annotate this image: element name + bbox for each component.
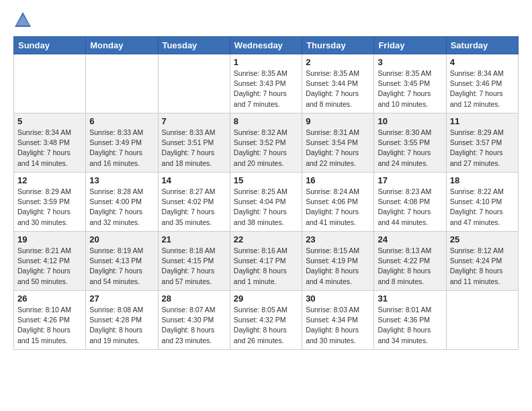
day-info: Sunrise: 8:24 AM Sunset: 4:06 PM Dayligh… (306, 187, 370, 228)
calendar-cell: 19Sunrise: 8:21 AM Sunset: 4:12 PM Dayli… (14, 232, 86, 291)
weekday-header-wednesday: Wednesday (230, 37, 302, 54)
calendar-cell: 28Sunrise: 8:07 AM Sunset: 4:30 PM Dayli… (158, 291, 230, 350)
week-row-4: 19Sunrise: 8:21 AM Sunset: 4:12 PM Dayli… (14, 232, 519, 291)
day-number: 21 (162, 234, 226, 244)
day-number: 20 (89, 234, 154, 244)
week-row-1: 1Sunrise: 8:35 AM Sunset: 3:43 PM Daylig… (14, 54, 519, 113)
day-info: Sunrise: 8:33 AM Sunset: 3:49 PM Dayligh… (89, 128, 154, 169)
day-number: 27 (89, 293, 154, 304)
day-number: 3 (378, 57, 442, 67)
day-info: Sunrise: 8:12 AM Sunset: 4:24 PM Dayligh… (450, 246, 515, 287)
weekday-header-tuesday: Tuesday (158, 37, 230, 54)
calendar-cell: 16Sunrise: 8:24 AM Sunset: 4:06 PM Dayli… (302, 173, 374, 232)
calendar-cell: 18Sunrise: 8:22 AM Sunset: 4:10 PM Dayli… (446, 173, 518, 232)
calendar-cell: 5Sunrise: 8:34 AM Sunset: 3:48 PM Daylig… (14, 113, 86, 173)
day-info: Sunrise: 8:07 AM Sunset: 4:30 PM Dayligh… (162, 305, 226, 346)
day-number: 17 (378, 175, 442, 185)
day-number: 18 (450, 175, 515, 185)
day-number: 2 (306, 57, 370, 67)
calendar-cell: 13Sunrise: 8:28 AM Sunset: 4:00 PM Dayli… (86, 173, 158, 232)
day-info: Sunrise: 8:32 AM Sunset: 3:52 PM Dayligh… (234, 128, 298, 169)
day-info: Sunrise: 8:18 AM Sunset: 4:15 PM Dayligh… (162, 246, 226, 287)
week-row-5: 26Sunrise: 8:10 AM Sunset: 4:26 PM Dayli… (14, 291, 519, 350)
day-info: Sunrise: 8:29 AM Sunset: 3:59 PM Dayligh… (17, 187, 82, 228)
week-row-3: 12Sunrise: 8:29 AM Sunset: 3:59 PM Dayli… (14, 173, 519, 232)
day-number: 5 (17, 116, 82, 126)
calendar-cell: 14Sunrise: 8:27 AM Sunset: 4:02 PM Dayli… (158, 173, 230, 232)
day-info: Sunrise: 8:34 AM Sunset: 3:48 PM Dayligh… (17, 128, 82, 169)
calendar-cell (158, 54, 230, 113)
logo (13, 11, 35, 30)
calendar-cell: 31Sunrise: 8:01 AM Sunset: 4:36 PM Dayli… (374, 291, 446, 350)
day-number: 30 (306, 293, 370, 304)
weekday-header-thursday: Thursday (302, 37, 374, 54)
day-info: Sunrise: 8:27 AM Sunset: 4:02 PM Dayligh… (162, 187, 226, 228)
day-number: 4 (450, 57, 515, 67)
day-number: 13 (89, 175, 154, 185)
calendar-cell: 4Sunrise: 8:34 AM Sunset: 3:46 PM Daylig… (446, 54, 518, 113)
calendar-cell: 7Sunrise: 8:33 AM Sunset: 3:51 PM Daylig… (158, 113, 230, 173)
day-info: Sunrise: 8:10 AM Sunset: 4:26 PM Dayligh… (17, 305, 82, 346)
day-info: Sunrise: 8:05 AM Sunset: 4:32 PM Dayligh… (234, 305, 298, 346)
day-number: 14 (162, 175, 226, 185)
day-number: 29 (234, 293, 298, 304)
calendar-cell: 30Sunrise: 8:03 AM Sunset: 4:34 PM Dayli… (302, 291, 374, 350)
day-info: Sunrise: 8:16 AM Sunset: 4:17 PM Dayligh… (234, 246, 298, 287)
day-number: 24 (378, 234, 442, 244)
calendar-cell: 27Sunrise: 8:08 AM Sunset: 4:28 PM Dayli… (86, 291, 158, 350)
day-info: Sunrise: 8:08 AM Sunset: 4:28 PM Dayligh… (89, 305, 154, 346)
day-number: 12 (17, 175, 82, 185)
day-number: 23 (306, 234, 370, 244)
day-info: Sunrise: 8:03 AM Sunset: 4:34 PM Dayligh… (306, 305, 370, 346)
calendar-cell: 6Sunrise: 8:33 AM Sunset: 3:49 PM Daylig… (86, 113, 158, 173)
calendar-cell: 11Sunrise: 8:29 AM Sunset: 3:57 PM Dayli… (446, 113, 518, 173)
day-number: 26 (17, 293, 82, 304)
day-info: Sunrise: 8:35 AM Sunset: 3:45 PM Dayligh… (378, 68, 442, 109)
day-number: 11 (450, 116, 515, 126)
day-number: 19 (17, 234, 82, 244)
day-info: Sunrise: 8:19 AM Sunset: 4:13 PM Dayligh… (89, 246, 154, 287)
day-info: Sunrise: 8:29 AM Sunset: 3:57 PM Dayligh… (450, 128, 515, 169)
calendar-table: SundayMondayTuesdayWednesdayThursdayFrid… (13, 36, 519, 350)
day-number: 25 (450, 234, 515, 244)
day-number: 1 (234, 57, 298, 67)
calendar-cell: 22Sunrise: 8:16 AM Sunset: 4:17 PM Dayli… (230, 232, 302, 291)
day-info: Sunrise: 8:28 AM Sunset: 4:00 PM Dayligh… (89, 187, 154, 228)
calendar-cell: 25Sunrise: 8:12 AM Sunset: 4:24 PM Dayli… (446, 232, 518, 291)
calendar-cell: 15Sunrise: 8:25 AM Sunset: 4:04 PM Dayli… (230, 173, 302, 232)
calendar-cell: 24Sunrise: 8:13 AM Sunset: 4:22 PM Dayli… (374, 232, 446, 291)
logo-icon (13, 11, 32, 30)
day-number: 9 (306, 116, 370, 126)
day-info: Sunrise: 8:22 AM Sunset: 4:10 PM Dayligh… (450, 187, 515, 228)
day-info: Sunrise: 8:15 AM Sunset: 4:19 PM Dayligh… (306, 246, 370, 287)
page: SundayMondayTuesdayWednesdayThursdayFrid… (0, 0, 532, 361)
calendar-cell: 3Sunrise: 8:35 AM Sunset: 3:45 PM Daylig… (374, 54, 446, 113)
calendar-cell: 9Sunrise: 8:31 AM Sunset: 3:54 PM Daylig… (302, 113, 374, 173)
calendar-cell: 20Sunrise: 8:19 AM Sunset: 4:13 PM Dayli… (86, 232, 158, 291)
day-info: Sunrise: 8:25 AM Sunset: 4:04 PM Dayligh… (234, 187, 298, 228)
day-info: Sunrise: 8:01 AM Sunset: 4:36 PM Dayligh… (378, 305, 442, 346)
calendar-cell: 26Sunrise: 8:10 AM Sunset: 4:26 PM Dayli… (14, 291, 86, 350)
day-info: Sunrise: 8:13 AM Sunset: 4:22 PM Dayligh… (378, 246, 442, 287)
day-number: 7 (162, 116, 226, 126)
svg-marker-1 (16, 15, 30, 26)
calendar-cell: 23Sunrise: 8:15 AM Sunset: 4:19 PM Dayli… (302, 232, 374, 291)
day-number: 31 (378, 293, 442, 304)
day-number: 22 (234, 234, 298, 244)
calendar-cell (86, 54, 158, 113)
weekday-header-saturday: Saturday (446, 37, 518, 54)
day-info: Sunrise: 8:35 AM Sunset: 3:43 PM Dayligh… (234, 68, 298, 109)
calendar-cell: 1Sunrise: 8:35 AM Sunset: 3:43 PM Daylig… (230, 54, 302, 113)
day-number: 15 (234, 175, 298, 185)
day-info: Sunrise: 8:34 AM Sunset: 3:46 PM Dayligh… (450, 68, 515, 109)
calendar-cell: 21Sunrise: 8:18 AM Sunset: 4:15 PM Dayli… (158, 232, 230, 291)
calendar-cell (446, 291, 518, 350)
calendar-cell: 2Sunrise: 8:35 AM Sunset: 3:44 PM Daylig… (302, 54, 374, 113)
day-info: Sunrise: 8:21 AM Sunset: 4:12 PM Dayligh… (17, 246, 82, 287)
calendar-cell: 29Sunrise: 8:05 AM Sunset: 4:32 PM Dayli… (230, 291, 302, 350)
calendar-cell (14, 54, 86, 113)
day-info: Sunrise: 8:23 AM Sunset: 4:08 PM Dayligh… (378, 187, 442, 228)
weekday-header-row: SundayMondayTuesdayWednesdayThursdayFrid… (14, 37, 519, 54)
day-number: 8 (234, 116, 298, 126)
weekday-header-monday: Monday (86, 37, 158, 54)
